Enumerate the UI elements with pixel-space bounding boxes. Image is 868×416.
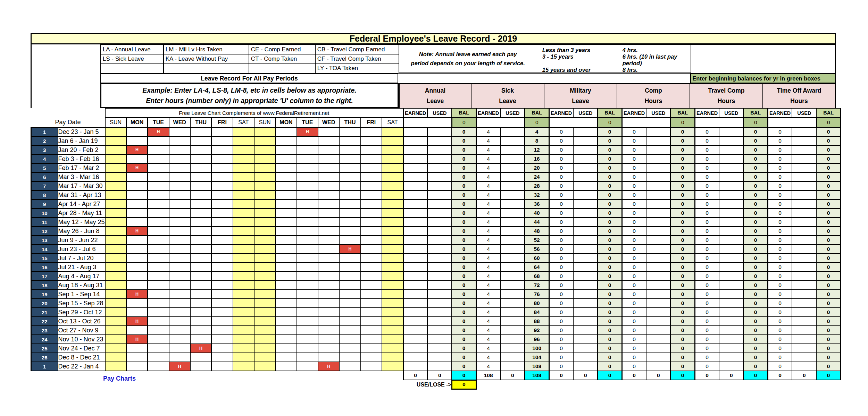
calendar-day-cell[interactable] — [275, 218, 297, 227]
holiday-cell[interactable]: H — [126, 145, 148, 154]
calendar-day-cell[interactable] — [297, 154, 318, 163]
calendar-day-cell[interactable] — [233, 218, 254, 227]
calendar-day-cell[interactable] — [126, 199, 148, 209]
calendar-day-cell[interactable] — [382, 335, 403, 344]
calendar-day-cell[interactable] — [339, 227, 360, 236]
calendar-day-cell[interactable] — [297, 245, 318, 254]
annual-used-cell[interactable] — [427, 163, 452, 172]
calendar-day-cell[interactable] — [339, 163, 360, 172]
calendar-day-cell[interactable] — [318, 290, 339, 299]
sick-earned-cell[interactable]: 4 — [476, 227, 500, 236]
sick-used-cell[interactable] — [500, 181, 525, 190]
calendar-day-cell[interactable] — [105, 145, 126, 154]
annual-used-cell[interactable] — [427, 218, 452, 227]
sick-earned-cell[interactable]: 4 — [476, 308, 500, 317]
annual-earned-cell[interactable] — [403, 317, 427, 326]
comp-earned-cell[interactable]: 0 — [622, 245, 646, 254]
military-used-cell[interactable] — [573, 335, 598, 344]
calendar-day-cell[interactable] — [361, 181, 382, 190]
sick-earned-cell[interactable]: 4 — [476, 172, 500, 181]
calendar-day-cell[interactable] — [169, 172, 190, 181]
annual-earned-cell[interactable] — [403, 245, 427, 254]
military-earned-cell[interactable]: 0 — [549, 154, 573, 163]
military-earned-cell[interactable]: 0 — [549, 227, 573, 236]
calendar-day-cell[interactable] — [318, 163, 339, 172]
holiday-cell[interactable]: H — [318, 362, 339, 371]
toa-used-cell[interactable] — [792, 190, 816, 199]
calendar-day-cell[interactable] — [382, 199, 403, 209]
sick-earned-cell[interactable]: 4 — [476, 326, 500, 335]
calendar-day-cell[interactable] — [318, 353, 339, 362]
sick-earned-cell[interactable]: 4 — [476, 254, 500, 263]
calendar-day-cell[interactable] — [361, 353, 382, 362]
annual-used-cell[interactable] — [427, 154, 452, 163]
annual-earned-cell[interactable] — [403, 353, 427, 362]
calendar-day-cell[interactable] — [126, 172, 148, 181]
calendar-day-cell[interactable] — [169, 263, 190, 272]
military-used-cell[interactable] — [573, 127, 598, 136]
calendar-day-cell[interactable] — [190, 127, 211, 136]
sick-used-cell[interactable] — [500, 145, 525, 154]
calendar-day-cell[interactable] — [382, 281, 403, 290]
annual-used-cell[interactable] — [427, 227, 452, 236]
calendar-day-cell[interactable] — [382, 344, 403, 353]
military-earned-cell[interactable]: 0 — [549, 163, 573, 172]
travel-comp-used-cell[interactable] — [719, 227, 743, 236]
calendar-day-cell[interactable] — [254, 218, 275, 227]
comp-earned-cell[interactable]: 0 — [622, 127, 646, 136]
calendar-day-cell[interactable] — [211, 136, 233, 145]
calendar-day-cell[interactable] — [275, 317, 297, 326]
comp-used-cell[interactable] — [646, 136, 670, 145]
annual-used-cell[interactable] — [427, 172, 452, 181]
calendar-day-cell[interactable] — [211, 317, 233, 326]
calendar-day-cell[interactable] — [211, 199, 233, 209]
travel-comp-used-cell[interactable] — [719, 290, 743, 299]
annual-used-cell[interactable] — [427, 136, 452, 145]
calendar-day-cell[interactable] — [148, 145, 169, 154]
comp-used-cell[interactable] — [646, 163, 670, 172]
toa-used-cell[interactable] — [792, 227, 816, 236]
calendar-day-cell[interactable] — [382, 127, 403, 136]
toa-earned-cell[interactable]: 0 — [768, 254, 792, 263]
calendar-day-cell[interactable] — [318, 227, 339, 236]
calendar-day-cell[interactable] — [318, 335, 339, 344]
calendar-day-cell[interactable] — [233, 245, 254, 254]
military-earned-cell[interactable]: 0 — [549, 281, 573, 290]
travel-comp-earned-cell[interactable]: 0 — [695, 317, 719, 326]
military-earned-cell[interactable]: 0 — [549, 199, 573, 209]
military-used-cell[interactable] — [573, 290, 598, 299]
calendar-day-cell[interactable] — [297, 362, 318, 371]
calendar-day-cell[interactable] — [190, 299, 211, 308]
sick-used-cell[interactable] — [500, 245, 525, 254]
toa-earned-cell[interactable]: 0 — [768, 209, 792, 218]
sick-earned-cell[interactable]: 4 — [476, 154, 500, 163]
calendar-day-cell[interactable] — [297, 181, 318, 190]
calendar-day-cell[interactable] — [169, 245, 190, 254]
toa-used-cell[interactable] — [792, 272, 816, 281]
calendar-day-cell[interactable] — [275, 236, 297, 245]
sick-earned-cell[interactable]: 4 — [476, 335, 500, 344]
calendar-day-cell[interactable] — [233, 227, 254, 236]
comp-earned-cell[interactable]: 0 — [622, 227, 646, 236]
calendar-day-cell[interactable] — [169, 236, 190, 245]
annual-used-cell[interactable] — [427, 308, 452, 317]
sick-used-cell[interactable] — [500, 272, 525, 281]
toa-earned-cell[interactable]: 0 — [768, 181, 792, 190]
military-used-cell[interactable] — [573, 299, 598, 308]
calendar-day-cell[interactable] — [190, 263, 211, 272]
calendar-day-cell[interactable] — [275, 136, 297, 145]
calendar-day-cell[interactable] — [169, 154, 190, 163]
calendar-day-cell[interactable] — [254, 227, 275, 236]
calendar-day-cell[interactable] — [254, 136, 275, 145]
military-used-cell[interactable] — [573, 199, 598, 209]
military-beginning-balance-cell[interactable]: 0 — [598, 118, 622, 127]
travel-comp-earned-cell[interactable]: 0 — [695, 362, 719, 371]
calendar-day-cell[interactable] — [361, 227, 382, 236]
toa-used-cell[interactable] — [792, 263, 816, 272]
calendar-day-cell[interactable] — [297, 136, 318, 145]
calendar-day-cell[interactable] — [339, 299, 360, 308]
holiday-cell[interactable]: H — [169, 362, 190, 371]
calendar-day-cell[interactable] — [275, 326, 297, 335]
travel-comp-earned-cell[interactable]: 0 — [695, 190, 719, 199]
comp-earned-cell[interactable]: 0 — [622, 353, 646, 362]
